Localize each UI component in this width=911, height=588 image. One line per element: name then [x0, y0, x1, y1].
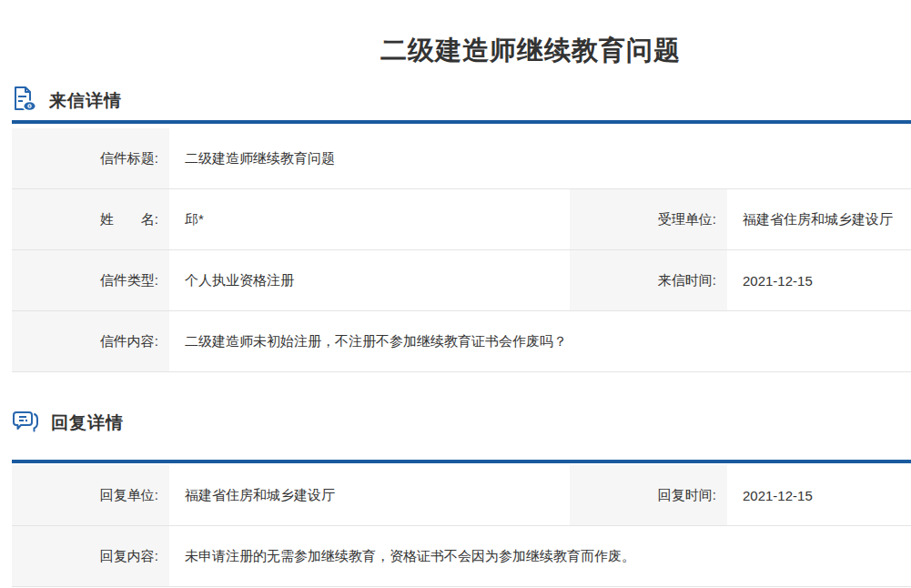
reply-chat-icon — [12, 408, 39, 439]
reply-section-rule — [12, 460, 911, 463]
letter-section-header: 来信详情 — [12, 88, 911, 114]
table-row: 信件内容: 二级建造师未初始注册，不注册不参加继续教育证书会作废吗？ — [12, 311, 911, 372]
reply-content-label: 回复内容: — [12, 526, 169, 586]
reply-unit-value: 福建省住房和城乡建设厅 — [172, 465, 567, 525]
document-view-icon — [12, 86, 37, 117]
letter-agency-label: 受理单位: — [570, 189, 727, 249]
letter-title-value: 二级建造师继续教育问题 — [172, 128, 911, 188]
reply-unit-label: 回复单位: — [12, 465, 169, 525]
page-title: 二级建造师继续教育问题 — [12, 0, 911, 66]
letter-type-value: 个人执业资格注册 — [172, 250, 567, 310]
reply-section-header: 回复详情 — [12, 411, 911, 436]
reply-time-value: 2021-12-15 — [730, 465, 911, 525]
letter-section-title: 来信详情 — [49, 89, 122, 113]
letter-detail-page: 二级建造师继续教育问题 来信详情 信件标题: 二 — [0, 0, 911, 588]
letter-type-label: 信件类型: — [12, 250, 169, 310]
letter-title-label: 信件标题: — [12, 128, 169, 188]
table-row: 信件标题: 二级建造师继续教育问题 — [12, 128, 911, 189]
table-row: 回复内容: 未申请注册的无需参加继续教育，资格证书不会因为参加继续教育而作废。 — [12, 526, 911, 587]
reply-detail-table: 回复单位: 福建省住房和城乡建设厅 回复时间: 2021-12-15 回复内容:… — [12, 465, 911, 587]
table-row: 信件类型: 个人执业资格注册 来信时间: 2021-12-15 — [12, 250, 911, 311]
letter-time-label: 来信时间: — [570, 250, 727, 310]
letter-content-label: 信件内容: — [12, 311, 169, 371]
table-row: 姓 名: 邱* 受理单位: 福建省住房和城乡建设厅 — [12, 189, 911, 250]
reply-time-label: 回复时间: — [570, 465, 727, 525]
reply-content-value: 未申请注册的无需参加继续教育，资格证书不会因为参加继续教育而作废。 — [172, 526, 911, 586]
letter-name-value: 邱* — [172, 189, 567, 249]
letter-section-rule — [12, 120, 911, 124]
letter-name-label: 姓 名: — [12, 189, 169, 249]
table-row: 回复单位: 福建省住房和城乡建设厅 回复时间: 2021-12-15 — [12, 465, 911, 526]
letter-agency-value: 福建省住房和城乡建设厅 — [730, 189, 911, 249]
letter-content-value: 二级建造师未初始注册，不注册不参加继续教育证书会作废吗？ — [172, 311, 911, 371]
letter-time-value: 2021-12-15 — [730, 250, 911, 310]
reply-section-title: 回复详情 — [51, 411, 124, 435]
content-container: 二级建造师继续教育问题 来信详情 信件标题: 二 — [12, 0, 911, 587]
letter-detail-table: 信件标题: 二级建造师继续教育问题 姓 名: 邱* 受理单位: 福建省住房和城乡… — [12, 128, 911, 372]
